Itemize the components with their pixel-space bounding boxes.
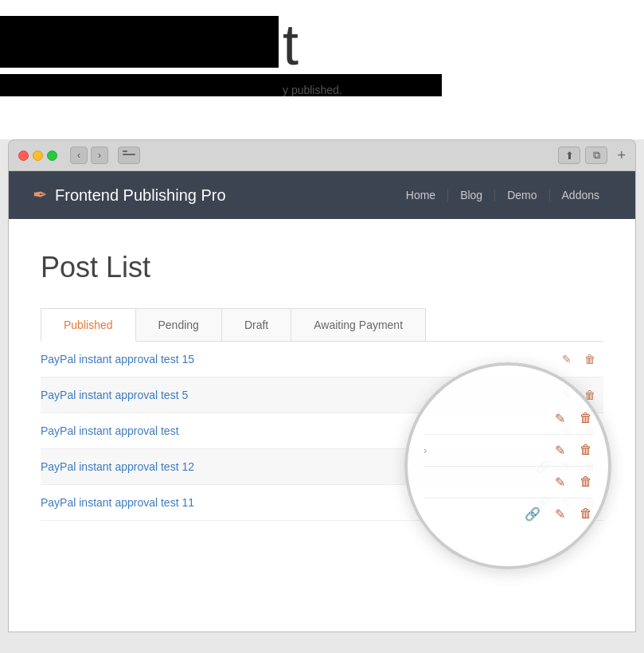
delete-icon[interactable]: 🗑 [584,496,595,509]
nav-link-home[interactable]: Home [394,189,448,201]
delete-icon[interactable]: 🗑 [584,389,595,401]
resize-button[interactable]: ⧉ [585,147,607,164]
posts-table: PayPal instant approval test 15 ✎ 🗑 PayP… [41,342,603,521]
share-button[interactable]: ⬆ [558,147,580,164]
sidebar-toggle-button[interactable] [118,147,140,164]
logo-text: Frontend Publishing Pro [55,186,226,205]
edit-icon[interactable]: ✎ [562,496,572,509]
post-title[interactable]: PayPal instant approval test [41,413,491,449]
tab-pending[interactable]: Pending [135,308,222,341]
sidebar-icon [123,151,135,160]
row-actions: ✎ 🗑 [491,413,603,449]
delete-icon[interactable]: 🗑 [584,424,595,437]
annotation-area: t y published. [0,0,644,139]
nav-link-demo[interactable]: Demo [495,189,549,201]
dot-yellow[interactable] [33,151,43,161]
table-row: PayPal instant approval test 12 🔗 ✎ 🗑 [41,449,603,485]
row-actions: ✎ 🗑 [491,342,603,377]
delete-icon[interactable]: 🗑 [584,353,595,366]
logo-icon: ✒ [33,185,47,205]
annotation-letter: t [283,16,299,73]
dot-green[interactable] [47,151,57,161]
browser-action-buttons: ⬆ ⧉ [558,147,607,164]
nav-link-blog[interactable]: Blog [448,189,495,201]
browser-chrome: ‹ › ⬆ ⧉ + [8,139,636,170]
row-actions: 🔗 ✎ 🗑 [491,485,603,521]
tabs-container: Published Pending Draft Awaiting Payment [41,308,603,342]
post-title[interactable]: PayPal instant approval test 12 [41,449,491,485]
table-row: PayPal instant approval test 11 🔗 ✎ 🗑 [41,485,603,521]
annotation-subtext: y published. [283,84,342,96]
content-area: Post List Published Pending Draft Awaiti… [9,219,635,537]
site-logo: ✒ Frontend Publishing Pro [33,185,394,205]
post-title[interactable]: PayPal instant approval test 11 [41,485,491,521]
forward-button[interactable]: › [91,147,108,164]
annotation-text-line [0,74,442,96]
browser-content: ✒ Frontend Publishing Pro Home Blog Demo… [8,170,636,632]
table-row: PayPal instant approval test 15 ✎ 🗑 [41,342,603,377]
tab-published[interactable]: Published [41,308,136,342]
post-title[interactable]: PayPal instant approval test 15 [41,342,491,377]
nav-link-addons[interactable]: Addons [550,189,611,201]
edit-icon[interactable]: ✎ [562,460,572,473]
row-actions: 🔗 ✎ 🗑 [491,449,603,485]
browser-nav: ‹ › [70,147,108,164]
edit-icon[interactable]: ✎ [562,424,572,437]
post-title[interactable]: PayPal instant approval test 5 [41,377,491,413]
page-title: Post List [41,251,603,284]
tab-draft[interactable]: Draft [221,308,291,341]
link-icon[interactable]: 🔗 [536,460,549,473]
edit-icon[interactable]: ✎ [562,353,572,366]
new-tab-button[interactable]: + [617,147,626,164]
nav-links: Home Blog Demo Addons [394,189,611,201]
dot-red[interactable] [18,151,29,161]
back-button[interactable]: ‹ [70,147,88,164]
delete-icon[interactable]: 🗑 [584,460,595,473]
tab-awaiting-payment[interactable]: Awaiting Payment [291,308,426,341]
table-row: PayPal instant approval test 5 ✎ 🗑 [41,377,603,413]
browser-dots [18,151,57,161]
table-row: PayPal instant approval test ✎ 🗑 [41,413,603,449]
nav-bar: ✒ Frontend Publishing Pro Home Blog Demo… [9,171,635,219]
row-actions: ✎ 🗑 [491,377,603,413]
annotation-black-bar [0,16,279,68]
link-icon[interactable]: 🔗 [536,496,549,509]
edit-icon[interactable]: ✎ [562,389,572,401]
